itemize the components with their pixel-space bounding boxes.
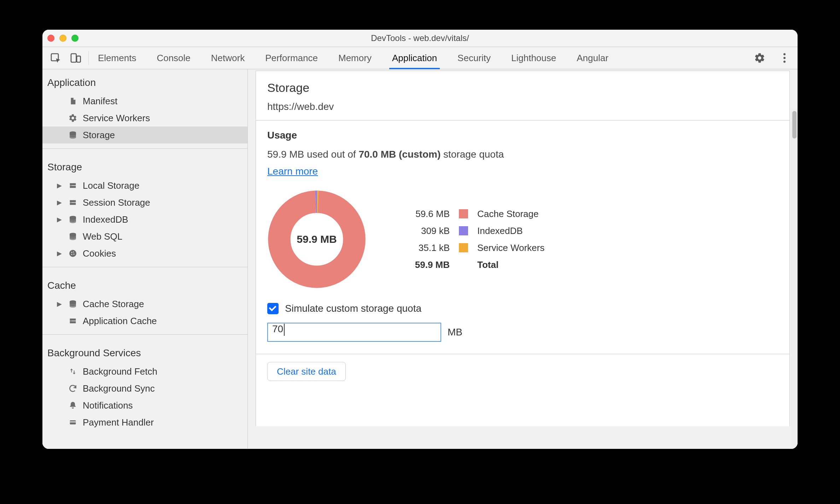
tab-network[interactable]: Network [210, 47, 245, 69]
custom-quota-value: 70 [272, 323, 283, 334]
vertical-scrollbar[interactable] [791, 108, 798, 449]
disclosure-triangle-icon[interactable]: ▶ [56, 300, 63, 308]
sidebar-item-label: Cookies [83, 248, 247, 259]
sidebar-item-label: Background Fetch [83, 366, 247, 377]
db-icon [68, 215, 78, 224]
disclosure-triangle-icon[interactable]: ▶ [56, 216, 63, 223]
tab-performance[interactable]: Performance [264, 47, 319, 69]
svg-point-15 [69, 250, 76, 257]
sidebar-item-label: Web SQL [83, 231, 247, 242]
grid-icon [68, 199, 78, 206]
usage-text2: storage quota [441, 149, 504, 160]
disclosure-triangle-icon[interactable]: ▶ [56, 250, 63, 257]
legend-swatch [459, 209, 468, 218]
sidebar-group-title: Background Services [42, 340, 247, 363]
svg-rect-9 [70, 183, 72, 188]
minimize-window-button[interactable] [59, 35, 66, 42]
gear-icon [68, 113, 78, 123]
scrollbar-thumb[interactable] [792, 111, 797, 139]
usage-used: 59.9 MB [267, 149, 304, 160]
grid-icon [68, 182, 78, 189]
sidebar-item-storage[interactable]: Storage [42, 127, 247, 143]
sidebar-item-application-cache[interactable]: Application Cache [42, 312, 247, 329]
sidebar-item-cache-storage[interactable]: ▶Cache Storage [42, 295, 247, 312]
svg-rect-1 [71, 54, 76, 62]
sidebar-item-local-storage[interactable]: ▶Local Storage [42, 177, 247, 194]
sidebar-item-label: Background Sync [83, 383, 247, 394]
simulate-quota-row[interactable]: Simulate custom storage quota [267, 303, 778, 314]
tab-elements[interactable]: Elements [97, 47, 137, 69]
divider [42, 148, 247, 149]
sidebar-item-session-storage[interactable]: ▶Session Storage [42, 194, 247, 211]
devtools-window: DevTools - web.dev/vitals/ ElementsConso… [42, 30, 798, 449]
disclosure-triangle-icon[interactable]: ▶ [56, 199, 63, 206]
usage-donut-chart: 59.9 MB [267, 190, 366, 289]
legend-row: 309 kBIndexedDB [397, 222, 562, 239]
legend-value: 35.1 kB [397, 242, 450, 253]
legend-row: 35.1 kBService Workers [397, 239, 562, 256]
tab-lighthouse[interactable]: Lighthouse [511, 47, 557, 69]
sidebar-item-indexeddb[interactable]: ▶IndexedDB [42, 211, 247, 228]
db-icon [68, 300, 78, 308]
tab-angular[interactable]: Angular [576, 47, 609, 69]
device-toolbar-icon[interactable] [67, 50, 83, 66]
svg-rect-12 [70, 200, 72, 205]
svg-point-4 [783, 57, 786, 59]
sidebar-item-label: Application Cache [83, 316, 247, 327]
custom-quota-input[interactable]: 70 [267, 323, 441, 342]
sidebar-item-label: Manifest [83, 96, 247, 107]
svg-point-19 [71, 254, 72, 255]
simulate-quota-checkbox[interactable] [267, 303, 279, 314]
divider [88, 51, 89, 65]
close-window-button[interactable] [47, 35, 54, 42]
legend-total-row: 59.9 MBTotal [397, 256, 562, 273]
sidebar-item-web-sql[interactable]: Web SQL [42, 228, 247, 245]
legend-name: Service Workers [477, 242, 562, 253]
legend-spacer [459, 260, 468, 269]
svg-point-3 [783, 53, 786, 55]
sidebar-group-title: Cache [42, 272, 247, 295]
legend-value: 59.6 MB [397, 209, 450, 219]
tab-application[interactable]: Application [391, 47, 438, 69]
tab-memory[interactable]: Memory [338, 47, 372, 69]
svg-point-16 [71, 252, 72, 253]
sidebar-item-manifest[interactable]: Manifest [42, 93, 247, 110]
devtools-tabbar: ElementsConsoleNetworkPerformanceMemoryA… [42, 47, 798, 69]
content-area: ApplicationManifestService WorkersStorag… [42, 69, 798, 449]
storage-panel: Storage https://web.dev Usage 59.9 MB us… [248, 69, 798, 449]
svg-point-17 [73, 252, 74, 253]
bell-icon [68, 401, 78, 410]
file-icon [68, 96, 78, 106]
sidebar-item-background-sync[interactable]: Background Sync [42, 380, 247, 397]
panel-heading: Storage [267, 81, 778, 95]
tab-security[interactable]: Security [457, 47, 491, 69]
more-options-icon[interactable] [776, 50, 793, 66]
sidebar-item-notifications[interactable]: Notifications [42, 397, 247, 414]
tab-console[interactable]: Console [156, 47, 191, 69]
cookie-icon [68, 249, 78, 258]
settings-gear-icon[interactable] [752, 50, 768, 66]
inspect-element-icon[interactable] [47, 50, 64, 66]
card-icon [68, 419, 78, 426]
divider [42, 334, 247, 335]
sidebar-item-label: Notifications [83, 400, 247, 411]
legend-name: IndexedDB [477, 225, 562, 236]
zoom-window-button[interactable] [71, 35, 78, 42]
simulate-quota-label: Simulate custom storage quota [285, 303, 421, 314]
sidebar-item-label: Local Storage [83, 180, 247, 191]
sidebar-item-label: Service Workers [83, 113, 247, 124]
clear-site-data-button[interactable]: Clear site data [267, 362, 346, 381]
legend-total-value: 59.9 MB [397, 259, 450, 270]
window-controls [47, 35, 78, 42]
sidebar-item-label: Storage [83, 130, 247, 141]
updown-icon [68, 367, 78, 376]
sync-icon [68, 384, 78, 393]
sidebar-item-payment-handler[interactable]: Payment Handler [42, 414, 247, 431]
disclosure-triangle-icon[interactable]: ▶ [56, 182, 63, 189]
sidebar-item-cookies[interactable]: ▶Cookies [42, 245, 247, 262]
sidebar-item-label: Payment Handler [83, 417, 247, 428]
sidebar-item-service-workers[interactable]: Service Workers [42, 110, 247, 127]
learn-more-link[interactable]: Learn more [267, 166, 318, 177]
sidebar-group-title: Storage [42, 154, 247, 177]
sidebar-item-background-fetch[interactable]: Background Fetch [42, 363, 247, 380]
